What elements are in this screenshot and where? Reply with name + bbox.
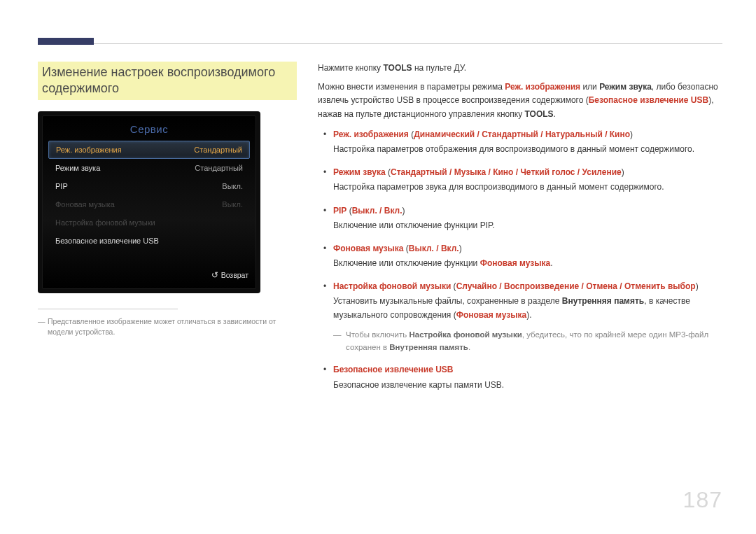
bullet-title: Настройка фоновой музыки: [333, 281, 451, 291]
text: на пульте ДУ.: [412, 63, 467, 73]
menu-label: PIP: [55, 182, 68, 190]
intro-line-1: Нажмите кнопку TOOLS на пульте ДУ.: [318, 62, 722, 75]
section-title: Изменение настроек воспроизводимого соде…: [38, 62, 297, 100]
text: Чтобы включить: [346, 330, 409, 339]
bullet-options: Выкл. / Вкл.: [352, 206, 402, 216]
bullet-title: PIP: [333, 206, 346, 216]
menu-label: Безопасное извлечение USB: [55, 237, 159, 245]
text: (: [404, 244, 409, 253]
bullet-desc: Настройка параметров звука для воспроизв…: [333, 181, 722, 194]
text-bold: Режим звука: [599, 82, 652, 92]
text: Можно внести изменения в параметры режим…: [318, 82, 505, 92]
text-bold: TOOLS: [383, 63, 412, 73]
text: (: [451, 281, 456, 291]
bullet-safe-remove-usb: Безопасное извлечение USB Безопасное изв…: [318, 363, 722, 391]
text: ): [630, 129, 633, 139]
return-icon: ↻: [211, 270, 218, 280]
text: ): [622, 167, 624, 177]
intro-line-2: Можно внести изменения в параметры режим…: [318, 80, 722, 121]
menu-item-safe-remove-usb[interactable]: Безопасное извлечение USB: [48, 232, 250, 250]
bullet-options: Случайно / Воспроизведение / Отмена / От…: [456, 281, 696, 291]
text-bold: TOOLS: [524, 109, 553, 119]
menu-item-picture-mode[interactable]: Реж. изображения Стандартный: [48, 141, 250, 159]
text-bold: Внутренняя память: [562, 296, 645, 306]
menu-value: Стандартный: [194, 146, 242, 154]
bullet-title: Безопасное извлечение USB: [333, 365, 454, 374]
menu-item-sound-mode[interactable]: Режим звука Стандартный: [48, 159, 250, 177]
right-column: Нажмите кнопку TOOLS на пульте ДУ. Можно…: [318, 62, 722, 402]
menu-label: Реж. изображения: [56, 146, 122, 154]
header-divider: [94, 43, 722, 44]
menu-item-bg-music-setting: Настройка фоновой музыки: [48, 213, 250, 232]
text-highlight: Безопасное извлечение USB: [589, 95, 709, 105]
text-highlight: Реж. изображения: [505, 82, 580, 92]
bullet-desc: Безопасное извлечение карты памяти USB.: [333, 379, 722, 392]
bullet-bg-music-setting: Настройка фоновой музыки (Случайно / Вос…: [318, 280, 722, 322]
bullet-bg-music: Фоновая музыка (Выкл. / Вкл.) Включение …: [318, 242, 722, 270]
bullet-options: Динамический / Стандартный / Натуральный…: [414, 129, 630, 139]
text-highlight: Фоновая музыка: [480, 258, 551, 268]
menu-value: Стандартный: [195, 164, 243, 172]
bullet-desc: Включение или отключение функции Фоновая…: [333, 257, 722, 270]
bullet-pip: PIP (Выкл. / Вкл.) Включение или отключе…: [318, 204, 722, 232]
page-number: 187: [683, 487, 722, 513]
page-content: Изменение настроек воспроизводимого соде…: [38, 62, 722, 402]
footnote: Представленное изображение может отличат…: [38, 316, 297, 337]
text-highlight: Фоновая музыка: [456, 310, 527, 320]
text: Установить музыкальные файлы, сохраненны…: [333, 296, 562, 306]
bullet-desc: Установить музыкальные файлы, сохраненны…: [333, 295, 722, 321]
text: Включение или отключение функции: [333, 258, 480, 268]
bullet-title: Фоновая музыка: [333, 244, 404, 253]
menu-label: Настройка фоновой музыки: [55, 218, 155, 227]
footnote-divider: [38, 309, 178, 309]
bullet-list: Реж. изображения (Динамический / Стандар…: [318, 128, 722, 392]
text: ): [459, 244, 462, 253]
text: или: [580, 82, 599, 92]
bullet-sound-mode: Режим звука (Стандартный / Музыка / Кино…: [318, 166, 722, 194]
text: ): [402, 206, 405, 216]
menu-value: Выкл.: [222, 182, 243, 190]
menu-item-bg-music: Фоновая музыка Выкл.: [48, 195, 250, 213]
text: .: [550, 258, 552, 268]
sub-note: Чтобы включить Настройка фоновой музыки,…: [333, 329, 722, 354]
menu-item-pip[interactable]: PIP Выкл.: [48, 177, 250, 195]
bullet-title: Реж. изображения: [333, 129, 409, 139]
panel-title: Сервис: [48, 120, 250, 141]
menu-label: Режим звука: [55, 164, 100, 172]
bullet-desc: Включение или отключение функции PIP.: [333, 219, 722, 232]
text: .: [554, 109, 556, 119]
text: ): [696, 281, 699, 291]
menu-value: Выкл.: [222, 200, 243, 209]
header-accent-bar: [38, 38, 94, 45]
text: ).: [526, 310, 531, 320]
text-bold: Настройка фоновой музыки: [409, 330, 522, 339]
bullet-options: Выкл. / Вкл.: [409, 244, 459, 253]
bullet-desc: Настройка параметров отображения для вос…: [333, 143, 722, 156]
bullet-title: Режим звука: [333, 167, 386, 177]
text: (: [346, 206, 351, 216]
device-panel-inner: Сервис Реж. изображения Стандартный Режи…: [42, 115, 256, 289]
bullet-options: Стандартный / Музыка / Кино / Четкий гол…: [391, 167, 622, 177]
text-bold: Внутренняя память: [389, 343, 468, 351]
menu-label: Фоновая музыка: [55, 200, 115, 209]
text: Нажмите кнопку: [318, 63, 383, 73]
return-button[interactable]: ↻ Возврат: [211, 267, 248, 283]
left-column: Изменение настроек воспроизводимого соде…: [38, 62, 297, 402]
text: (: [386, 167, 391, 177]
bullet-picture-mode: Реж. изображения (Динамический / Стандар…: [318, 128, 722, 156]
text: .: [468, 343, 470, 351]
device-panel: Сервис Реж. изображения Стандартный Режи…: [38, 111, 260, 293]
return-label: Возврат: [221, 271, 248, 279]
